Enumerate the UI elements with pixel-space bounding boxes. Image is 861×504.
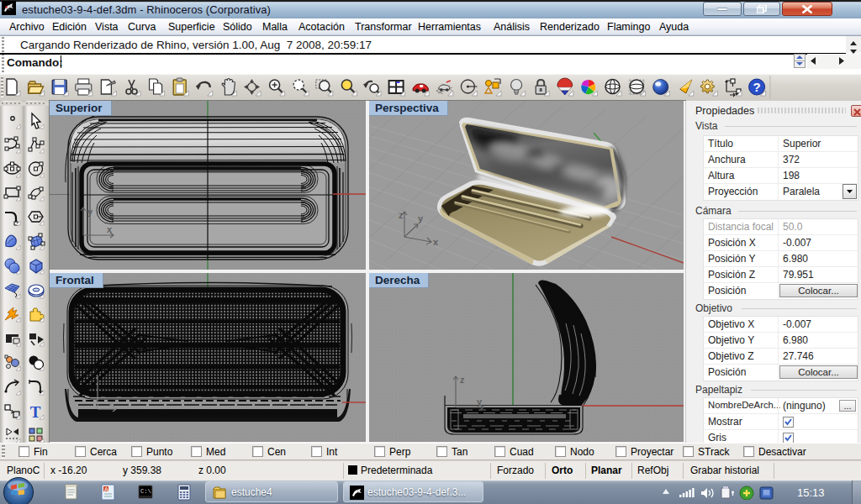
svg-text:y: y	[477, 396, 483, 407]
svg-text:x: x	[433, 237, 439, 247]
svg-text:y: y	[418, 213, 424, 223]
svg-text:?: ?	[753, 80, 761, 94]
svg-text:z: z	[399, 210, 404, 220]
svg-text:T: T	[30, 403, 41, 421]
svg-text:x: x	[108, 398, 114, 408]
svg-text:z: z	[460, 375, 465, 385]
svg-text:C:\: C:\	[140, 488, 151, 495]
svg-text:A: A	[104, 486, 108, 492]
svg-text:x: x	[107, 224, 113, 234]
svg-text:y: y	[87, 207, 93, 217]
